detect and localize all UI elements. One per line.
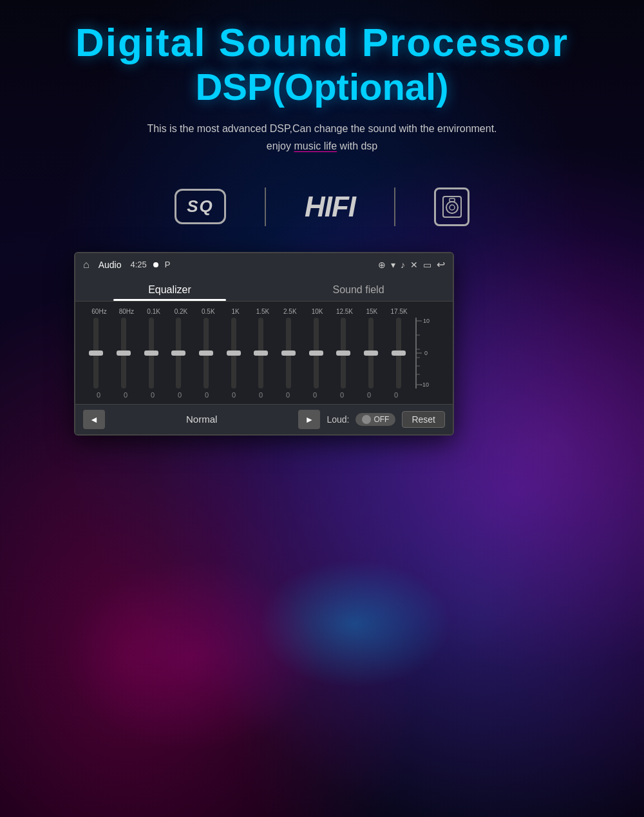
- location-icon: ⊕: [378, 260, 386, 270]
- description-line2: enjoy music life with dsp: [75, 137, 569, 155]
- eq-val-6: 0: [221, 391, 247, 399]
- status-right-icons: ⊕ ▾ ♪ ✕ ▭ ↩: [378, 258, 445, 271]
- eq-val-12: 0: [383, 391, 409, 399]
- svg-text:10: 10: [423, 318, 430, 324]
- slider-track-1[interactable]: [93, 318, 99, 389]
- eq-ch-5: [193, 318, 220, 389]
- slider-track-5[interactable]: [204, 318, 209, 389]
- status-bar: ⌂ Audio 4:25 P ⊕ ▾ ♪ ✕ ▭ ↩: [75, 253, 453, 276]
- subtitle: DSP(Optional): [75, 65, 569, 108]
- slider-thumb-12[interactable]: [392, 351, 406, 356]
- description-underline: music life: [294, 140, 337, 151]
- slider-thumb-2[interactable]: [117, 351, 131, 356]
- slider-track-2[interactable]: [121, 318, 126, 389]
- eq-area: 60Hz 80Hz 0.1K 0.2K 0.5K 1K 1.5K 2.5K 10…: [75, 302, 453, 404]
- slider-thumb-4[interactable]: [171, 351, 185, 356]
- toggle-state: OFF: [374, 415, 389, 424]
- eq-ch-12: [385, 318, 412, 389]
- next-preset-button[interactable]: ►: [298, 410, 320, 429]
- slider-thumb-1[interactable]: [89, 351, 103, 356]
- divider-2: [394, 187, 395, 226]
- prev-preset-button[interactable]: ◄: [83, 410, 105, 429]
- svg-rect-3: [450, 198, 455, 202]
- svg-text:0: 0: [424, 350, 428, 356]
- slider-thumb-8[interactable]: [281, 351, 296, 356]
- reset-button[interactable]: Reset: [402, 411, 445, 428]
- status-dot: [153, 262, 158, 267]
- status-p: P: [165, 260, 171, 269]
- eq-val-9: 0: [302, 391, 328, 399]
- tab-equalizer[interactable]: Equalizer: [75, 276, 264, 301]
- slider-thumb-5[interactable]: [199, 351, 213, 356]
- eq-ch-2: [111, 318, 137, 389]
- scale-spacer: [413, 308, 442, 315]
- freq-02k: 0.2K: [167, 308, 194, 315]
- freq-10k: 10K: [304, 308, 331, 315]
- slider-thumb-7[interactable]: [254, 351, 268, 356]
- tab-bar: Equalizer Sound field: [75, 276, 453, 302]
- slider-track-7[interactable]: [258, 318, 263, 389]
- eq-val-10: 0: [329, 391, 355, 399]
- home-icon[interactable]: ⌂: [83, 259, 90, 271]
- eq-ch-4: [166, 318, 192, 389]
- loud-label: Loud:: [327, 414, 349, 425]
- freq-25k: 2.5K: [276, 308, 303, 315]
- slider-thumb-9[interactable]: [309, 351, 323, 356]
- eq-ch-11: [358, 318, 384, 389]
- eq-ch-3: [138, 318, 164, 389]
- freq-80hz: 80Hz: [113, 308, 140, 315]
- eq-val-2: 0: [113, 391, 138, 399]
- eq-ch-1: [83, 318, 109, 389]
- loud-toggle[interactable]: OFF: [355, 413, 395, 426]
- screen-mockup-wrapper: ⌂ Audio 4:25 P ⊕ ▾ ♪ ✕ ▭ ↩ Equalizer: [74, 252, 454, 436]
- eq-val-4: 0: [167, 391, 193, 399]
- svg-point-1: [446, 202, 458, 213]
- freq-15k: 1.5K: [249, 308, 276, 315]
- freq-05k: 0.5K: [194, 308, 222, 315]
- slider-thumb-6[interactable]: [227, 351, 241, 356]
- svg-text:-10: -10: [421, 381, 429, 388]
- eq-val-11: 0: [356, 391, 382, 399]
- slider-track-8[interactable]: [286, 318, 291, 389]
- main-title: Digital Sound Processor: [75, 19, 569, 65]
- eq-val-5: 0: [194, 391, 220, 399]
- eq-preset-label: Normal: [111, 414, 292, 425]
- app-name: Audio: [99, 260, 122, 270]
- slider-track-12[interactable]: [396, 318, 401, 389]
- slider-track-11[interactable]: [368, 318, 374, 389]
- slider-track-4[interactable]: [176, 318, 181, 389]
- tab-sound-field[interactable]: Sound field: [264, 276, 453, 301]
- title-section: Digital Sound Processor DSP(Optional) Th…: [75, 0, 569, 155]
- description-line1: This is the most advanced DSP,Can change…: [75, 120, 569, 137]
- back-icon: ↩: [437, 258, 445, 271]
- slider-thumb-10[interactable]: [336, 351, 350, 356]
- freq-125k: 12.5K: [331, 308, 358, 315]
- freq-175k: 17.5K: [386, 308, 413, 315]
- scale-val-spacer: [410, 391, 442, 399]
- description-post: with dsp: [337, 140, 377, 151]
- freq-1k: 1K: [222, 308, 249, 315]
- eq-sliders-row: 10 0 -10: [83, 318, 445, 389]
- slider-thumb-3[interactable]: [144, 351, 158, 356]
- eq-ch-10: [330, 318, 357, 389]
- close-icon: ✕: [410, 260, 418, 270]
- volume-icon: ♪: [401, 260, 405, 270]
- sq-icon: SQ: [175, 189, 226, 224]
- eq-sliders: [83, 318, 412, 389]
- screen-mockup: ⌂ Audio 4:25 P ⊕ ▾ ♪ ✕ ▭ ↩ Equalizer: [74, 252, 454, 436]
- freq-01k: 0.1K: [140, 308, 167, 315]
- slider-track-6[interactable]: [231, 318, 236, 389]
- slider-track-3[interactable]: [149, 318, 154, 389]
- slider-track-9[interactable]: [314, 318, 319, 389]
- wifi-icon: ▾: [391, 260, 395, 270]
- eq-bottom-controls: ◄ Normal ► Loud: OFF Reset: [75, 404, 453, 434]
- slider-thumb-11[interactable]: [364, 351, 378, 356]
- slider-track-10[interactable]: [341, 318, 346, 389]
- eq-ch-8: [276, 318, 302, 389]
- eq-val-1: 0: [86, 391, 111, 399]
- status-time: 4:25: [130, 260, 146, 269]
- toggle-circle: [362, 415, 371, 424]
- description-pre: enjoy: [267, 140, 294, 151]
- hifi-icon: HIFI: [305, 191, 355, 223]
- eq-values-row: 0 0 0 0 0 0 0 0 0 0 0 0: [83, 389, 445, 400]
